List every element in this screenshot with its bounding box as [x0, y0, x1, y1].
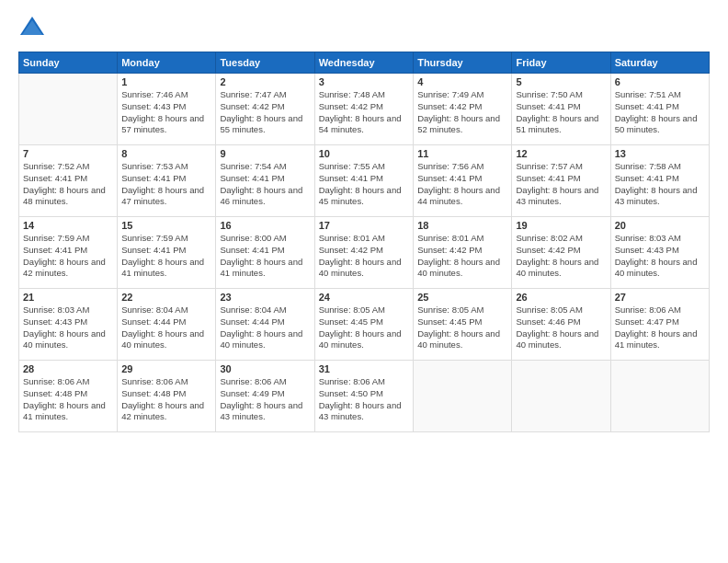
calendar-cell: 5Sunrise: 7:50 AMSunset: 4:41 PMDaylight… [512, 74, 610, 145]
week-row-1: 1Sunrise: 7:46 AMSunset: 4:43 PMDaylight… [19, 74, 710, 145]
day-number: 22 [121, 292, 211, 303]
calendar-cell: 30Sunrise: 8:06 AMSunset: 4:49 PMDayligh… [216, 361, 314, 432]
weekday-header-sunday: Sunday [19, 52, 118, 74]
calendar-cell: 6Sunrise: 7:51 AMSunset: 4:41 PMDaylight… [610, 74, 709, 145]
calendar-cell: 16Sunrise: 8:00 AMSunset: 4:41 PMDayligh… [216, 217, 314, 289]
day-info: Sunrise: 8:01 AMSunset: 4:42 PMDaylight:… [319, 233, 409, 280]
day-info: Sunrise: 8:06 AMSunset: 4:49 PMDaylight:… [220, 376, 310, 423]
day-number: 26 [516, 292, 606, 303]
header [18, 15, 710, 42]
day-info: Sunrise: 8:05 AMSunset: 4:45 PMDaylight:… [417, 304, 507, 351]
calendar-cell: 22Sunrise: 8:04 AMSunset: 4:44 PMDayligh… [118, 289, 216, 361]
day-info: Sunrise: 8:06 AMSunset: 4:50 PMDaylight:… [319, 376, 409, 423]
day-info: Sunrise: 7:55 AMSunset: 4:41 PMDaylight:… [319, 161, 409, 208]
day-number: 2 [220, 76, 310, 87]
calendar-cell: 11Sunrise: 7:56 AMSunset: 4:41 PMDayligh… [414, 145, 512, 217]
calendar-cell: 10Sunrise: 7:55 AMSunset: 4:41 PMDayligh… [314, 145, 413, 217]
calendar-cell: 2Sunrise: 7:47 AMSunset: 4:42 PMDaylight… [216, 74, 314, 145]
calendar-cell: 3Sunrise: 7:48 AMSunset: 4:42 PMDaylight… [314, 74, 413, 145]
day-number: 27 [615, 292, 705, 303]
calendar-cell: 28Sunrise: 8:06 AMSunset: 4:48 PMDayligh… [19, 361, 118, 432]
day-info: Sunrise: 8:06 AMSunset: 4:48 PMDaylight:… [23, 376, 113, 423]
day-number: 19 [516, 220, 606, 231]
day-info: Sunrise: 7:59 AMSunset: 4:41 PMDaylight:… [121, 233, 211, 280]
day-number: 24 [319, 292, 409, 303]
calendar-cell: 4Sunrise: 7:49 AMSunset: 4:42 PMDaylight… [414, 74, 512, 145]
calendar-cell: 17Sunrise: 8:01 AMSunset: 4:42 PMDayligh… [314, 217, 413, 289]
day-number: 15 [121, 220, 211, 231]
calendar-cell: 31Sunrise: 8:06 AMSunset: 4:50 PMDayligh… [314, 361, 413, 432]
day-info: Sunrise: 7:53 AMSunset: 4:41 PMDaylight:… [121, 161, 211, 208]
calendar-cell: 7Sunrise: 7:52 AMSunset: 4:41 PMDaylight… [19, 145, 118, 217]
week-row-4: 21Sunrise: 8:03 AMSunset: 4:43 PMDayligh… [19, 289, 710, 361]
day-number: 29 [121, 363, 211, 374]
day-number: 13 [615, 148, 705, 159]
day-number: 18 [417, 220, 507, 231]
calendar-table: SundayMondayTuesdayWednesdayThursdayFrid… [18, 52, 710, 432]
calendar-cell: 15Sunrise: 7:59 AMSunset: 4:41 PMDayligh… [118, 217, 216, 289]
day-info: Sunrise: 8:06 AMSunset: 4:48 PMDaylight:… [121, 376, 211, 423]
week-row-5: 28Sunrise: 8:06 AMSunset: 4:48 PMDayligh… [19, 361, 710, 432]
day-number: 4 [417, 76, 507, 87]
calendar-cell: 1Sunrise: 7:46 AMSunset: 4:43 PMDaylight… [118, 74, 216, 145]
day-info: Sunrise: 8:01 AMSunset: 4:42 PMDaylight:… [417, 233, 507, 280]
calendar-cell: 19Sunrise: 8:02 AMSunset: 4:42 PMDayligh… [512, 217, 610, 289]
calendar-cell: 20Sunrise: 8:03 AMSunset: 4:43 PMDayligh… [610, 217, 709, 289]
day-info: Sunrise: 8:05 AMSunset: 4:45 PMDaylight:… [319, 304, 409, 351]
day-number: 30 [220, 363, 310, 374]
day-number: 25 [417, 292, 507, 303]
calendar-cell: 8Sunrise: 7:53 AMSunset: 4:41 PMDaylight… [118, 145, 216, 217]
day-info: Sunrise: 7:47 AMSunset: 4:42 PMDaylight:… [220, 89, 310, 136]
day-number: 20 [615, 220, 705, 231]
calendar-cell: 27Sunrise: 8:06 AMSunset: 4:47 PMDayligh… [610, 289, 709, 361]
day-info: Sunrise: 7:56 AMSunset: 4:41 PMDaylight:… [417, 161, 507, 208]
calendar-cell: 26Sunrise: 8:05 AMSunset: 4:46 PMDayligh… [512, 289, 610, 361]
day-number: 17 [319, 220, 409, 231]
calendar-cell: 12Sunrise: 7:57 AMSunset: 4:41 PMDayligh… [512, 145, 610, 217]
calendar-cell [414, 361, 512, 432]
logo [18, 15, 50, 42]
day-number: 3 [319, 76, 409, 87]
day-number: 1 [121, 76, 211, 87]
day-number: 10 [319, 148, 409, 159]
day-number: 11 [417, 148, 507, 159]
day-info: Sunrise: 8:02 AMSunset: 4:42 PMDaylight:… [516, 233, 606, 280]
day-info: Sunrise: 8:04 AMSunset: 4:44 PMDaylight:… [220, 304, 310, 351]
day-info: Sunrise: 8:06 AMSunset: 4:47 PMDaylight:… [615, 304, 705, 351]
day-info: Sunrise: 7:58 AMSunset: 4:41 PMDaylight:… [615, 161, 705, 208]
week-row-3: 14Sunrise: 7:59 AMSunset: 4:41 PMDayligh… [19, 217, 710, 289]
weekday-header-row: SundayMondayTuesdayWednesdayThursdayFrid… [19, 52, 710, 74]
calendar-cell: 9Sunrise: 7:54 AMSunset: 4:41 PMDaylight… [216, 145, 314, 217]
calendar-cell: 21Sunrise: 8:03 AMSunset: 4:43 PMDayligh… [19, 289, 118, 361]
day-number: 12 [516, 148, 606, 159]
day-number: 16 [220, 220, 310, 231]
day-info: Sunrise: 8:04 AMSunset: 4:44 PMDaylight:… [121, 304, 211, 351]
calendar-cell: 14Sunrise: 7:59 AMSunset: 4:41 PMDayligh… [19, 217, 118, 289]
day-info: Sunrise: 7:48 AMSunset: 4:42 PMDaylight:… [319, 89, 409, 136]
weekday-header-tuesday: Tuesday [216, 52, 314, 74]
day-info: Sunrise: 8:03 AMSunset: 4:43 PMDaylight:… [615, 233, 705, 280]
day-number: 5 [516, 76, 606, 87]
day-number: 14 [23, 220, 113, 231]
day-info: Sunrise: 7:50 AMSunset: 4:41 PMDaylight:… [516, 89, 606, 136]
weekday-header-monday: Monday [118, 52, 216, 74]
calendar-cell: 29Sunrise: 8:06 AMSunset: 4:48 PMDayligh… [118, 361, 216, 432]
weekday-header-friday: Friday [512, 52, 610, 74]
weekday-header-wednesday: Wednesday [314, 52, 413, 74]
calendar-cell: 18Sunrise: 8:01 AMSunset: 4:42 PMDayligh… [414, 217, 512, 289]
week-row-2: 7Sunrise: 7:52 AMSunset: 4:41 PMDaylight… [19, 145, 710, 217]
calendar-cell [610, 361, 709, 432]
day-number: 21 [23, 292, 113, 303]
calendar-cell: 13Sunrise: 7:58 AMSunset: 4:41 PMDayligh… [610, 145, 709, 217]
day-info: Sunrise: 7:51 AMSunset: 4:41 PMDaylight:… [615, 89, 705, 136]
calendar-cell: 24Sunrise: 8:05 AMSunset: 4:45 PMDayligh… [314, 289, 413, 361]
logo-icon [18, 15, 46, 42]
calendar-cell: 23Sunrise: 8:04 AMSunset: 4:44 PMDayligh… [216, 289, 314, 361]
day-info: Sunrise: 8:05 AMSunset: 4:46 PMDaylight:… [516, 304, 606, 351]
weekday-header-saturday: Saturday [610, 52, 709, 74]
weekday-header-thursday: Thursday [414, 52, 512, 74]
day-number: 23 [220, 292, 310, 303]
day-number: 7 [23, 148, 113, 159]
day-info: Sunrise: 8:03 AMSunset: 4:43 PMDaylight:… [23, 304, 113, 351]
day-info: Sunrise: 7:54 AMSunset: 4:41 PMDaylight:… [220, 161, 310, 208]
